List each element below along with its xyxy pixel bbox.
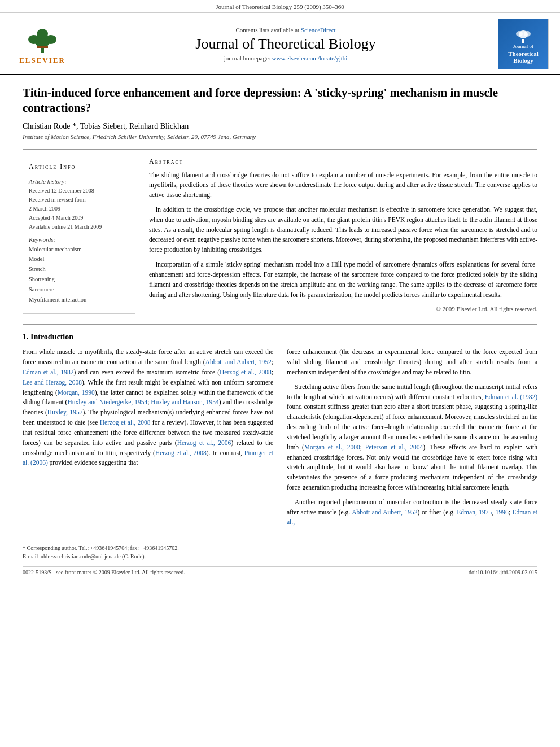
elsevier-tree-icon <box>23 24 62 55</box>
svg-point-4 <box>37 29 48 39</box>
logo-biology-text: Biology <box>513 57 533 64</box>
keyword-1: Molecular mechanism <box>29 244 129 255</box>
journal-logo-tree-icon <box>515 27 532 43</box>
abstract-para-3: Incorporation of a simple 'sticky-spring… <box>149 260 537 300</box>
svg-rect-5 <box>37 46 48 48</box>
divider-1 <box>23 149 537 150</box>
logo-journal-text: Journal of <box>513 43 533 49</box>
ref-herzog-2006[interactable]: Herzog et al., 2006 <box>177 439 231 446</box>
ref-herzog-2008b[interactable]: Herzog et al., 2008 <box>155 449 207 456</box>
ref-edman-1975[interactable]: Edman, 1975 <box>457 509 492 516</box>
journal-homepage-link[interactable]: www.elsevier.com/locate/yjtbi <box>272 55 348 62</box>
article-title: Titin-induced force enhancement and forc… <box>23 85 537 116</box>
ref-huxley-hanson[interactable]: Huxley and Hanson, 1954 <box>151 399 218 405</box>
intro-right-para-2: Stretching active fibers from the same i… <box>287 382 537 493</box>
logo-theoretical-text: Theoretical <box>508 50 539 57</box>
doi-text: doi:10.1016/j.jtbi.2009.03.015 <box>469 569 537 575</box>
article-history-label: Article history: <box>29 178 129 185</box>
ref-huxley-1957[interactable]: Huxley, 1957 <box>47 409 83 416</box>
abstract-para-2: In addition to the crossbridge cycle, we… <box>149 205 537 255</box>
keywords-list: Molecular mechanism Model Stretch Shorte… <box>29 244 129 305</box>
journal-logo-right: Journal of Theoretical Biology <box>498 19 549 69</box>
keyword-5: Sarcomere <box>29 285 129 295</box>
authors: Christian Rode *, Tobias Siebert, Reinha… <box>23 122 537 131</box>
intro-left-col: From whole muscle to myofibrils, the ste… <box>23 347 273 532</box>
ref-edman-1982[interactable]: Edman et al., 1982 <box>23 369 73 375</box>
sciencedirect-line: Contents lists available at ScienceDirec… <box>73 27 498 33</box>
received-date: Received 12 December 2008 <box>29 186 129 195</box>
ref-peterson-2004[interactable]: Peterson et al., 2004 <box>365 444 423 451</box>
footnote-corresponding: * Corresponding author. Tel.: +493641945… <box>23 544 537 552</box>
issn-text: 0022-5193/$ - see front matter © 2009 El… <box>23 569 185 575</box>
ref-herzog-2008a[interactable]: Herzog et al., 2008 <box>220 369 272 375</box>
top-bar: Journal of Theoretical Biology 259 (2009… <box>0 0 560 13</box>
accepted-label: Accepted 4 March 2009 <box>29 213 129 222</box>
footer-bar: 0022-5193/$ - see front matter © 2009 El… <box>23 566 537 575</box>
keywords-label: Keywords: <box>29 236 129 243</box>
sciencedirect-link[interactable]: ScienceDirect <box>301 27 336 33</box>
ref-abbott-1952[interactable]: Abbott and Aubert, 1952 <box>205 359 272 365</box>
ref-edman-1996[interactable]: 1996 <box>496 509 509 516</box>
keyword-2: Model <box>29 254 129 264</box>
journal-header-center: Contents lists available at ScienceDirec… <box>73 27 498 62</box>
ref-huxley-niedergerke[interactable]: Huxley and Niedergerke, 1954 <box>67 399 147 405</box>
abstract-text: The sliding filament and crossbridge the… <box>149 171 537 314</box>
svg-point-8 <box>516 31 523 37</box>
footnote-area: * Corresponding author. Tel.: +493641945… <box>23 540 537 561</box>
online-label: Available online 21 March 2009 <box>29 222 129 231</box>
intro-right-para-3: Another reported phenomenon of muscular … <box>287 497 537 527</box>
journal-citation: Journal of Theoretical Biology 259 (2009… <box>216 3 344 10</box>
ref-herzog-review[interactable]: Herzog et al., 2008 <box>100 419 151 426</box>
ref-lee-herzog[interactable]: Lee and Herzog, 2008 <box>23 379 82 386</box>
revised-date: 2 March 2009 <box>29 204 129 213</box>
journal-header: ELSEVIER Contents lists available at Sci… <box>0 13 560 75</box>
introduction-title: 1. Introduction <box>23 333 537 342</box>
journal-homepage: journal homepage: www.elsevier.com/locat… <box>73 55 498 62</box>
ref-edman-1982b[interactable]: Edman et al. (1982) <box>485 394 537 400</box>
main-content: Titin-induced force enhancement and forc… <box>0 75 560 586</box>
stretched-word: stretched <box>496 226 519 233</box>
divider-2 <box>23 324 537 325</box>
ref-morgan-1990[interactable]: Morgan, 1990 <box>58 389 95 396</box>
intro-right-para-1: force enhancement (the decrease in exper… <box>287 347 537 377</box>
article-dates: Received 12 December 2008 Received in re… <box>29 186 129 231</box>
intro-right-col: force enhancement (the decrease in exper… <box>287 347 537 532</box>
affiliation: Institute of Motion Science, Friedrich S… <box>23 133 537 140</box>
ref-abbott-aubert-2[interactable]: Abbott and Aubert, 1952 <box>352 509 417 516</box>
elsevier-logo: ELSEVIER <box>11 24 73 65</box>
keyword-6: Myofilament interaction <box>29 295 129 305</box>
intro-left-para-1: From whole muscle to myofibrils, the ste… <box>23 347 273 468</box>
abstract-copyright: © 2009 Elsevier Ltd. All rights reserved… <box>149 304 537 314</box>
svg-point-9 <box>524 31 531 37</box>
introduction-body: From whole muscle to myofibrils, the ste… <box>23 347 537 532</box>
revised-label: Received in revised form <box>29 195 129 204</box>
abstract-col: Abstract The sliding filament and crossb… <box>149 158 537 314</box>
keyword-4: Shortening <box>29 274 129 285</box>
elsevier-text: ELSEVIER <box>19 56 65 65</box>
article-info-abstract: Article Info Article history: Received 1… <box>23 158 537 314</box>
ref-morgan-2000[interactable]: Morgan et al., 2000 <box>304 444 360 451</box>
keyword-3: Stretch <box>29 264 129 274</box>
journal-title: Journal of Theoretical Biology <box>73 36 498 53</box>
svg-rect-6 <box>522 39 524 43</box>
abstract-title: Abstract <box>149 158 537 166</box>
article-info-panel: Article Info Article history: Received 1… <box>23 158 135 314</box>
footnote-email: E-mail address: christian.rode@uni-jena.… <box>23 552 537 561</box>
article-info-title: Article Info <box>29 163 129 173</box>
abstract-para-1: The sliding filament and crossbridge the… <box>149 171 537 200</box>
ref-pinniger-2006[interactable]: Pinniger et al. (2006) <box>23 449 273 466</box>
